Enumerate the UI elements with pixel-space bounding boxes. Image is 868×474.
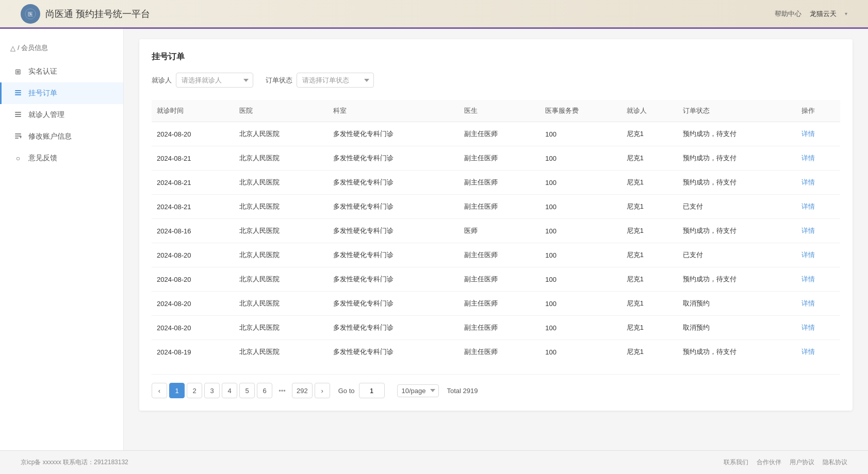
cell-status: 预约成功，待支付 [678, 171, 796, 195]
cell-action[interactable]: 详情 [796, 340, 840, 364]
detail-link[interactable]: 详情 [801, 251, 815, 259]
topbar-right: 帮助中心 龙猫云天 ▾ [775, 9, 847, 19]
cell-fee: 100 [540, 195, 621, 219]
cell-doctor: 副主任医师 [459, 122, 540, 146]
sidebar-item-order-list[interactable]: 挂号订单 [0, 82, 123, 104]
detail-link[interactable]: 详情 [801, 348, 815, 356]
cell-dept: 多发性硬化专科门诊 [328, 292, 459, 316]
cell-dept: 多发性硬化专科门诊 [328, 146, 459, 171]
detail-link[interactable]: 详情 [801, 178, 815, 186]
next-page-btn[interactable]: › [315, 383, 330, 398]
cell-fee: 100 [540, 267, 621, 292]
cell-patient: 尼克1 [621, 340, 678, 364]
page-btn-3[interactable]: 3 [204, 383, 220, 398]
cell-action[interactable]: 详情 [796, 267, 840, 292]
patient-filter-select[interactable]: 请选择就诊人 [176, 73, 253, 88]
prev-page-btn[interactable]: ‹ [152, 383, 167, 398]
footer-link-contact[interactable]: 联系我们 [724, 458, 748, 467]
page-btn-6[interactable]: 6 [257, 383, 272, 398]
cell-dept: 多发性硬化专科门诊 [328, 340, 459, 364]
detail-link[interactable]: 详情 [801, 324, 815, 331]
detail-link[interactable]: 详情 [801, 227, 815, 234]
footer-link-partner[interactable]: 合作伙伴 [757, 458, 781, 467]
sidebar-item-feedback[interactable]: ○ 意见反馈 [0, 147, 123, 169]
cell-doctor: 副主任医师 [459, 316, 540, 340]
cell-action[interactable]: 详情 [796, 292, 840, 316]
cell-date: 2024-08-21 [152, 195, 234, 219]
svg-rect-4 [15, 94, 21, 95]
patient-filter-label: 就诊人 [152, 76, 172, 85]
page-dots: ••• [274, 383, 290, 398]
cell-date: 2024-08-20 [152, 292, 234, 316]
cell-fee: 100 [540, 171, 621, 195]
table-row: 2024-08-20 北京人民医院 多发性硬化专科门诊 副主任医师 100 尼克… [152, 267, 840, 292]
table-row: 2024-08-21 北京人民医院 多发性硬化专科门诊 副主任医师 100 尼克… [152, 195, 840, 219]
detail-link[interactable]: 详情 [801, 202, 815, 210]
cell-fee: 100 [540, 243, 621, 267]
page-btn-last[interactable]: 292 [292, 383, 313, 398]
cell-action[interactable]: 详情 [796, 171, 840, 195]
cell-action[interactable]: 详情 [796, 316, 840, 340]
detail-link[interactable]: 详情 [801, 130, 815, 138]
sidebar-item-real-name[interactable]: ⊞ 实名认证 [0, 61, 123, 82]
cell-status: 已支付 [678, 243, 796, 267]
col-action: 操作 [796, 100, 840, 122]
cell-action[interactable]: 详情 [796, 195, 840, 219]
page-btn-2[interactable]: 2 [187, 383, 202, 398]
goto-input[interactable] [359, 383, 385, 398]
sidebar-item-edit-account[interactable]: 修改账户信息 [0, 126, 123, 147]
breadcrumb: △ / 会员信息 [0, 39, 123, 61]
sidebar-label-order-list: 挂号订单 [28, 89, 57, 98]
cell-doctor: 副主任医师 [459, 195, 540, 219]
cell-dept: 多发性硬化专科门诊 [328, 171, 459, 195]
cell-patient: 尼克1 [621, 292, 678, 316]
cell-date: 2024-08-16 [152, 219, 234, 243]
status-filter-select[interactable]: 请选择订单状态 [297, 73, 374, 88]
table-row: 2024-08-19 北京人民医院 多发性硬化专科门诊 副主任医师 100 尼克… [152, 340, 840, 364]
col-hospital: 医院 [234, 100, 328, 122]
cell-hospital: 北京人民医院 [234, 146, 328, 171]
cell-action[interactable]: 详情 [796, 122, 840, 146]
page-size-select[interactable]: 10/page 20/page 50/page [397, 384, 439, 397]
cell-action[interactable]: 详情 [796, 146, 840, 171]
detail-link[interactable]: 详情 [801, 275, 815, 283]
card-title: 挂号订单 [152, 52, 840, 62]
cell-status: 预约成功，待支付 [678, 122, 796, 146]
user-name[interactable]: 龙猫云天 [810, 9, 837, 19]
footer-links: 联系我们 合作伙伴 用户协议 隐私协议 [724, 458, 847, 467]
table-row: 2024-08-20 北京人民医院 多发性硬化专科门诊 副主任医师 100 尼克… [152, 122, 840, 146]
table-header-row: 就诊时间 医院 科室 医生 医事服务费 就诊人 订单状态 操作 [152, 100, 840, 122]
detail-link[interactable]: 详情 [801, 154, 815, 162]
cell-dept: 多发性硬化专科门诊 [328, 122, 459, 146]
cell-action[interactable]: 详情 [796, 243, 840, 267]
patient-icon [14, 111, 22, 120]
user-dropdown-icon[interactable]: ▾ [845, 11, 847, 16]
edit-icon [14, 132, 22, 141]
cell-hospital: 北京人民医院 [234, 195, 328, 219]
detail-link[interactable]: 详情 [801, 299, 815, 307]
page-btn-5[interactable]: 5 [239, 383, 255, 398]
sidebar-item-patient-mgmt[interactable]: 就诊人管理 [0, 104, 123, 126]
cell-fee: 100 [540, 219, 621, 243]
cell-patient: 尼克1 [621, 195, 678, 219]
help-center-link[interactable]: 帮助中心 [775, 9, 801, 19]
cell-date: 2024-08-21 [152, 146, 234, 171]
cell-patient: 尼克1 [621, 219, 678, 243]
sidebar-label-feedback: 意见反馈 [28, 154, 57, 163]
logo-icon: 医 [21, 4, 40, 24]
cell-fee: 100 [540, 122, 621, 146]
content-area: 挂号订单 就诊人 请选择就诊人 订单状态 请选择订单状态 [124, 29, 868, 450]
page-btn-1[interactable]: 1 [169, 383, 185, 398]
cell-dept: 多发性硬化专科门诊 [328, 316, 459, 340]
page-btn-4[interactable]: 4 [222, 383, 237, 398]
footer-link-privacy[interactable]: 隐私协议 [823, 458, 847, 467]
col-doctor: 医生 [459, 100, 540, 122]
topbar: 医 尚医通 预约挂号统一平台 帮助中心 龙猫云天 ▾ [0, 0, 868, 29]
cell-doctor: 副主任医师 [459, 267, 540, 292]
cell-status: 预约成功，待支付 [678, 267, 796, 292]
order-card: 挂号订单 就诊人 请选择就诊人 订单状态 请选择订单状态 [139, 39, 853, 411]
cell-action[interactable]: 详情 [796, 219, 840, 243]
cell-hospital: 北京人民医院 [234, 340, 328, 364]
footer-link-terms[interactable]: 用户协议 [790, 458, 814, 467]
home-icon[interactable]: △ [10, 44, 15, 52]
